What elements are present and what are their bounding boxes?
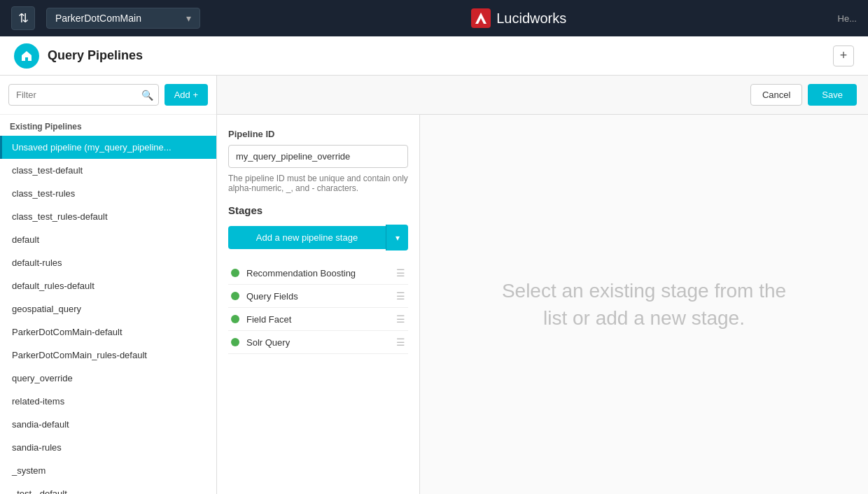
filter-input[interactable] bbox=[8, 84, 159, 106]
stage-active-dot bbox=[231, 269, 239, 277]
drag-handle-icon[interactable]: ☰ bbox=[396, 337, 405, 348]
pipeline-item[interactable]: geospatial_query bbox=[0, 297, 216, 320]
pipeline-id-label: Pipeline ID bbox=[228, 129, 408, 139]
pipeline-item[interactable]: class_test-rules bbox=[0, 182, 216, 205]
stage-name: Query Fields bbox=[246, 291, 389, 302]
stage-name: Recommendation Boosting bbox=[246, 268, 389, 278]
pipeline-item[interactable]: query_override bbox=[0, 367, 216, 390]
hint-line2: list or add a new stage. bbox=[543, 307, 745, 329]
stages-label: Stages bbox=[228, 204, 408, 216]
drag-handle-icon[interactable]: ☰ bbox=[396, 267, 405, 278]
sidebar-toolbar: 🔍 Add + bbox=[0, 76, 216, 115]
stage-name: Field Facet bbox=[246, 314, 389, 325]
page-title: Query Pipelines bbox=[48, 48, 825, 63]
right-panel: Cancel Save Pipeline ID The pipeline ID … bbox=[217, 76, 868, 494]
pipeline-list: Unsaved pipeline (my_query_pipeline...cl… bbox=[0, 136, 216, 494]
drag-handle-icon[interactable]: ☰ bbox=[396, 290, 405, 302]
pipeline-id-hint: The pipeline ID must be unique and conta… bbox=[228, 174, 408, 193]
add-stage-dropdown-arrow[interactable]: ▾ bbox=[386, 225, 408, 250]
pipeline-id-input[interactable] bbox=[228, 145, 408, 168]
stage-item[interactable]: Solr Query ☰ bbox=[228, 331, 408, 354]
pipeline-item[interactable]: sandia-rules bbox=[0, 436, 216, 459]
stage-item[interactable]: Recommendation Boosting ☰ bbox=[228, 262, 408, 285]
cancel-button[interactable]: Cancel bbox=[750, 84, 802, 106]
stage-active-dot bbox=[231, 292, 239, 300]
pipeline-item[interactable]: _test_-default bbox=[0, 482, 216, 494]
page-header: Query Pipelines + bbox=[0, 36, 868, 76]
right-content: Pipeline ID The pipeline ID must be uniq… bbox=[217, 115, 868, 494]
app-selector-label: ParkerDotComMain bbox=[55, 13, 141, 24]
nav-sort-icon[interactable]: ⇅ bbox=[11, 6, 35, 30]
pipeline-item[interactable]: class_test_rules-default bbox=[0, 205, 216, 228]
hint-area: Select an existing stage from the list o… bbox=[420, 115, 868, 494]
stage-item[interactable]: Field Facet ☰ bbox=[228, 308, 408, 331]
pipeline-item[interactable]: ParkerDotComMain-default bbox=[0, 320, 216, 344]
main-content: 🔍 Add + Existing Pipelines Unsaved pipel… bbox=[0, 76, 868, 494]
stage-active-dot bbox=[231, 315, 239, 323]
pipeline-config-panel: Pipeline ID The pipeline ID must be uniq… bbox=[217, 115, 420, 494]
sidebar: 🔍 Add + Existing Pipelines Unsaved pipel… bbox=[0, 76, 217, 494]
stages-list: Recommendation Boosting ☰ Query Fields ☰… bbox=[228, 262, 408, 354]
pipeline-item[interactable]: default-rules bbox=[0, 251, 216, 274]
lucidworks-logo-icon bbox=[471, 8, 491, 28]
pipeline-item[interactable]: sandia-default bbox=[0, 413, 216, 436]
app-selector[interactable]: ParkerDotComMain ▾ bbox=[46, 8, 200, 29]
pipeline-item[interactable]: _system bbox=[0, 459, 216, 482]
save-button[interactable]: Save bbox=[808, 84, 857, 106]
add-plus-button[interactable]: + bbox=[833, 45, 854, 66]
stage-active-dot bbox=[231, 338, 239, 346]
home-icon[interactable] bbox=[14, 43, 39, 69]
hint-line1: Select an existing stage from the bbox=[502, 280, 786, 302]
top-navigation: ⇅ ParkerDotComMain ▾ Lucidworks He... bbox=[0, 0, 868, 36]
pipeline-item[interactable]: Unsaved pipeline (my_query_pipeline... bbox=[0, 136, 216, 159]
add-stage-button[interactable]: Add a new pipeline stage bbox=[228, 226, 386, 249]
stage-item[interactable]: Query Fields ☰ bbox=[228, 285, 408, 308]
pipeline-item[interactable]: class_test-default bbox=[0, 159, 216, 182]
pipeline-item[interactable]: default_rules-default bbox=[0, 274, 216, 297]
logo-area: Lucidworks bbox=[211, 8, 827, 28]
pipeline-item[interactable]: default bbox=[0, 228, 216, 251]
help-link[interactable]: He... bbox=[838, 13, 857, 24]
pipeline-item[interactable]: ParkerDotComMain_rules-default bbox=[0, 344, 216, 367]
logo-text: Lucidworks bbox=[496, 10, 566, 27]
filter-input-wrap: 🔍 bbox=[8, 84, 159, 106]
add-button[interactable]: Add + bbox=[164, 84, 208, 106]
hint-message: Select an existing stage from the list o… bbox=[488, 263, 800, 346]
existing-pipelines-label: Existing Pipelines bbox=[0, 115, 216, 136]
search-icon: 🔍 bbox=[141, 90, 153, 101]
pipeline-item[interactable]: related-items bbox=[0, 390, 216, 413]
drag-handle-icon[interactable]: ☰ bbox=[396, 313, 405, 325]
chevron-down-icon: ▾ bbox=[186, 13, 191, 24]
right-toolbar: Cancel Save bbox=[217, 76, 868, 115]
add-stage-button-wrap: Add a new pipeline stage ▾ bbox=[228, 225, 408, 250]
stage-name: Solr Query bbox=[246, 337, 389, 348]
